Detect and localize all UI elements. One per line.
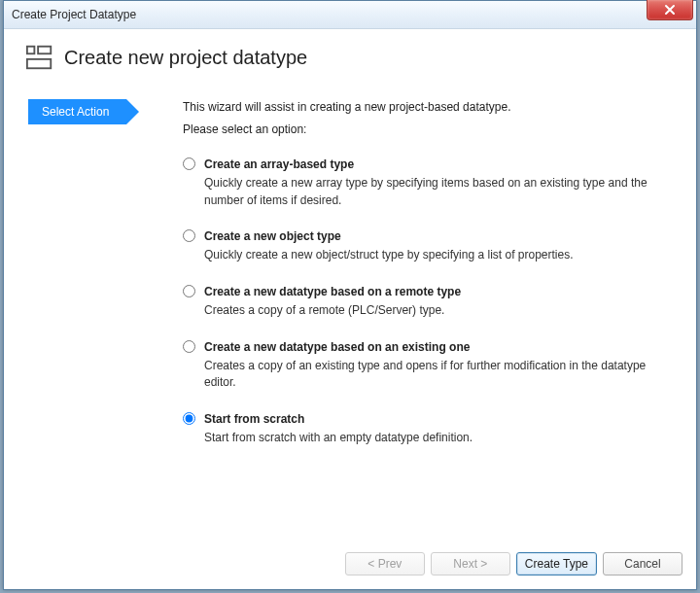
options-group: Create an array-based type Quickly creat… [183, 157, 667, 447]
window-title: Create Project Datatype [12, 8, 136, 21]
svg-rect-0 [27, 47, 35, 54]
option-title: Create a new object type [204, 228, 574, 245]
option-desc: Creates a copy of a remote (PLC/Server) … [204, 302, 461, 319]
option-title: Create an array-based type [204, 157, 667, 173]
radio-array[interactable] [183, 157, 195, 170]
option-desc: Creates a copy of an existing type and o… [204, 358, 667, 392]
body: Select Action This wizard will assist in… [4, 99, 696, 466]
close-button[interactable] [647, 0, 693, 20]
option-existing: Create a new datatype based on an existi… [183, 339, 667, 392]
titlebar: Create Project Datatype [4, 1, 696, 29]
close-icon [664, 4, 676, 16]
prev-button[interactable]: < Prev [345, 552, 425, 576]
option-object: Create a new object type Quickly create … [183, 228, 667, 264]
wizard-steps: Select Action [4, 99, 179, 466]
header: Create new project datatype [4, 29, 696, 99]
option-desc: Start from scratch with an empty datatyp… [204, 430, 472, 446]
intro-text: This wizard will assist in creating a ne… [183, 99, 667, 116]
option-scratch: Start from scratch Start from scratch wi… [183, 411, 667, 447]
radio-object[interactable] [183, 229, 195, 242]
datatype-icon [25, 43, 54, 72]
content-area: This wizard will assist in creating a ne… [179, 99, 696, 466]
prompt-text: Please select an option: [183, 122, 667, 138]
cancel-button[interactable]: Cancel [603, 552, 682, 576]
option-title: Start from scratch [204, 411, 472, 428]
radio-scratch[interactable] [183, 412, 195, 425]
button-bar: < Prev Next > Create Type Cancel [345, 552, 682, 576]
option-array: Create an array-based type Quickly creat… [183, 157, 667, 209]
create-button[interactable]: Create Type [516, 552, 597, 576]
dialog-window: Create Project Datatype Create new proje… [3, 0, 697, 590]
radio-remote[interactable] [183, 285, 195, 297]
option-desc: Quickly create a new array type by speci… [204, 175, 667, 209]
next-button[interactable]: Next > [431, 552, 510, 576]
svg-rect-2 [27, 59, 51, 68]
step-select-action: Select Action [28, 99, 126, 124]
svg-rect-1 [38, 47, 51, 54]
option-title: Create a new datatype based on a remote … [204, 284, 461, 300]
option-title: Create a new datatype based on an existi… [204, 339, 667, 356]
option-remote: Create a new datatype based on a remote … [183, 284, 667, 320]
radio-existing[interactable] [183, 340, 195, 353]
page-title: Create new project datatype [64, 47, 307, 69]
option-desc: Quickly create a new object/struct type … [204, 247, 574, 263]
